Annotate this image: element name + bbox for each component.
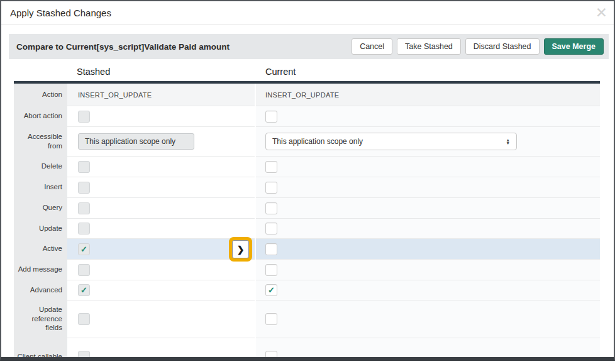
row-label: Delete xyxy=(14,156,67,177)
row-label: Update reference fields xyxy=(14,300,67,338)
current-checkbox[interactable]: ✓ xyxy=(265,351,277,361)
table-row-update: Update ✓ ✓ xyxy=(14,218,600,238)
row-label: Client callable xyxy=(14,338,67,361)
stashed-select: This application scope only xyxy=(78,133,194,150)
discard-stashed-button[interactable]: Discard Stashed xyxy=(465,38,540,55)
column-header-current: Current xyxy=(265,67,296,77)
stashed-checkbox: ✓ xyxy=(78,223,90,234)
dialog-title: Apply Stashed Changes xyxy=(10,8,111,18)
current-select[interactable]: This application scope only ▲ ▼ xyxy=(265,133,517,150)
take-stashed-button[interactable]: Take Stashed xyxy=(397,38,461,55)
table-row-abort-action: Abort action ✓ ✓ xyxy=(14,106,600,126)
close-icon[interactable]: ✕ xyxy=(596,4,607,21)
stashed-checkbox: ✓ xyxy=(78,284,90,296)
table-row-client-callable: Client callable ✓ ✓ xyxy=(14,338,600,361)
table-row-advanced: Advanced ✓ ✓ xyxy=(14,280,600,300)
stashed-checkbox: ✓ xyxy=(78,202,90,214)
current-select-value: This application scope only xyxy=(272,137,363,146)
current-value: INSERT_OR_UPDATE xyxy=(265,91,339,99)
row-label: Abort action xyxy=(14,106,67,126)
row-label: Add message xyxy=(14,259,67,280)
merge-arrow-button[interactable]: ❯ xyxy=(232,240,249,258)
save-merge-button[interactable]: Save Merge xyxy=(544,38,604,55)
current-checkbox[interactable]: ✓ xyxy=(265,313,277,325)
stashed-checkbox: ✓ xyxy=(78,161,90,173)
table-row-update-reference-fields: Update reference fields ✓ ✓ xyxy=(14,300,600,338)
column-header-stashed: Stashed xyxy=(77,67,110,77)
row-label: Active xyxy=(14,238,67,259)
current-checkbox[interactable]: ✓ xyxy=(265,284,277,296)
table-row-action: Action INSERT_OR_UPDATE INSERT_OR_UPDATE xyxy=(14,84,600,106)
stashed-checkbox: ✓ xyxy=(78,264,90,276)
row-label: Query xyxy=(14,197,67,218)
stashed-checkbox: ✓ xyxy=(78,351,90,361)
current-checkbox[interactable]: ✓ xyxy=(265,202,277,214)
current-checkbox[interactable]: ✓ xyxy=(265,161,277,173)
stashed-checkbox: ✓ xyxy=(78,313,90,325)
apply-stashed-changes-dialog: Apply Stashed Changes ✕ Compare to Curre… xyxy=(0,0,615,361)
table-row-add-message: Add message ✓ ✓ xyxy=(14,259,600,280)
table-row-insert: Insert ✓ ✓ xyxy=(14,177,600,197)
select-arrows-icon: ▲ ▼ xyxy=(506,138,510,145)
stashed-checkbox: ✓ xyxy=(78,182,90,194)
current-checkbox[interactable]: ✓ xyxy=(265,243,277,255)
cancel-button[interactable]: Cancel xyxy=(352,38,392,55)
row-label: Insert xyxy=(14,177,67,197)
current-checkbox[interactable]: ✓ xyxy=(265,264,277,276)
table-row-query: Query ✓ ✓ xyxy=(14,197,600,218)
stashed-select-value: This application scope only xyxy=(85,137,175,146)
row-label: Update xyxy=(14,218,67,238)
row-label: Action xyxy=(14,84,67,106)
current-checkbox[interactable]: ✓ xyxy=(265,182,277,194)
table-row-delete: Delete ✓ ✓ xyxy=(14,156,600,177)
current-checkbox[interactable]: ✓ xyxy=(265,111,277,123)
row-label: Advanced xyxy=(14,280,67,300)
stashed-checkbox: ✓ xyxy=(78,111,90,123)
comparison-table: Action INSERT_OR_UPDATE INSERT_OR_UPDATE… xyxy=(14,81,600,361)
stashed-checkbox: ✓ xyxy=(78,243,90,255)
compare-title: Compare to Current[sys_script]Validate P… xyxy=(16,42,347,52)
table-row-active: Active ✓ ❯ ✓ xyxy=(14,238,600,259)
compare-toolbar: Compare to Current[sys_script]Validate P… xyxy=(9,34,609,59)
dialog-header: Apply Stashed Changes ✕ xyxy=(1,1,614,25)
current-checkbox[interactable]: ✓ xyxy=(265,223,277,234)
table-row-accessible-from: Accessible from This application scope o… xyxy=(14,126,600,156)
row-label: Accessible from xyxy=(14,126,67,156)
stashed-value: INSERT_OR_UPDATE xyxy=(78,91,152,99)
